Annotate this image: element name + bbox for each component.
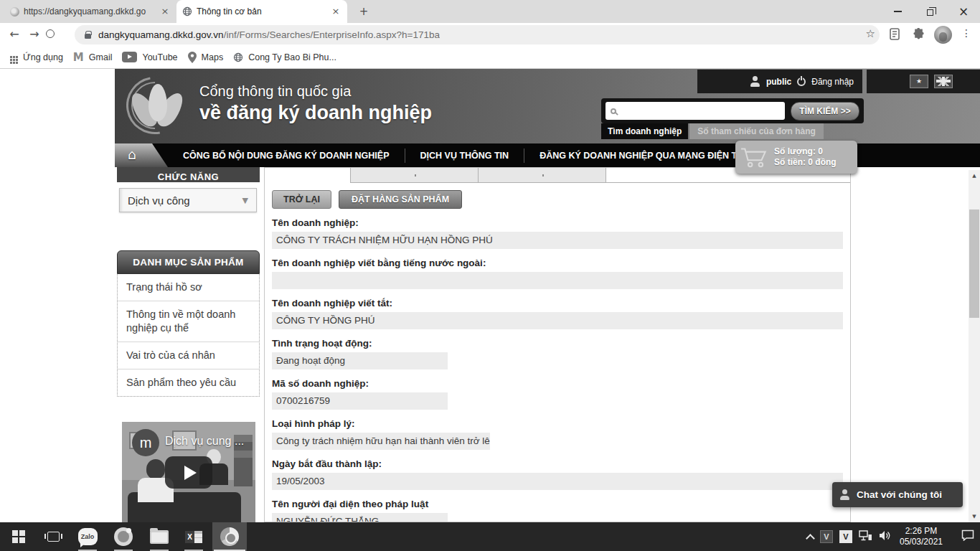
tab-close-icon[interactable]: × xyxy=(159,6,171,17)
video-embed[interactable]: m Dịch vụ cung ... xyxy=(122,422,255,522)
scrollbar-thumb[interactable] xyxy=(969,209,979,318)
chrome-icon xyxy=(220,527,239,546)
profile-avatar[interactable] xyxy=(934,26,952,44)
cart-summary: Số lượng: 0 Số tiền: 0 đồng xyxy=(774,146,837,168)
site-header: Cổng thông tin quốc gia về đăng ký doanh… xyxy=(115,69,980,143)
scroll-up-icon[interactable]: ▲ xyxy=(969,170,980,182)
system-tray: V V 2:26 PM 05/03/2021 xyxy=(807,522,980,551)
sidebar-item-san-pham[interactable]: Sản phẩm theo yêu cầu xyxy=(118,369,259,396)
nav-item-dich-vu[interactable]: DỊCH VỤ THÔNG TIN xyxy=(405,151,524,161)
browser-menu-icon[interactable]: ⋮ xyxy=(961,27,971,39)
sidebar-item-vai-tro[interactable]: Vai trò của cá nhân xyxy=(118,342,259,369)
search-tab-order-ref[interactable]: Số tham chiếu của đơn hàng xyxy=(689,123,824,139)
video-play-button[interactable] xyxy=(165,456,212,489)
youtube-icon xyxy=(122,52,137,62)
nav-home[interactable]: ⌂ xyxy=(115,143,168,167)
tray-chevron-up-icon[interactable] xyxy=(806,534,815,543)
chat-label: Chat với chúng tôi xyxy=(857,489,942,500)
clock-date: 05/03/2021 xyxy=(897,537,945,547)
start-button[interactable] xyxy=(3,522,34,551)
sidebar-item-trang-thai[interactable]: Trạng thái hồ sơ xyxy=(118,274,259,301)
content-panel: TRỞ LẠI ĐẶT HÀNG SẢN PHẨM Tên doanh nghi… xyxy=(264,167,851,522)
cart-widget[interactable]: Số lượng: 0 Số tiền: 0 đồng xyxy=(735,141,857,174)
chevron-down-icon: ▼ xyxy=(242,196,248,205)
field-value: NGUYỄN ĐỨC THẮNG xyxy=(272,513,448,522)
search-input[interactable] xyxy=(606,102,785,120)
minimize-button[interactable] xyxy=(881,0,914,23)
taskbar-excel[interactable]: X xyxy=(178,522,209,551)
search-button[interactable]: TÌM KIẾM >> xyxy=(791,102,859,121)
reading-list-icon[interactable] xyxy=(890,28,900,43)
taskbar-coccoc[interactable] xyxy=(108,522,139,551)
field-value: CÔNG TY HỒNG PHÚ xyxy=(272,312,843,329)
taskbar: Zalo X V V 2:26 PM 05/03/2021 xyxy=(0,522,980,551)
windows-logo-icon xyxy=(12,530,25,543)
browser-tab-2-active[interactable]: Thông tin cơ bản × xyxy=(176,0,347,23)
bookmark-label: Maps xyxy=(202,52,224,62)
browser-tab-1[interactable]: https://dangkyquamang.dkkd.go × xyxy=(6,0,175,23)
order-product-button[interactable]: ĐẶT HÀNG SẢN PHẨM xyxy=(339,190,462,209)
home-icon: ⌂ xyxy=(128,146,136,162)
taskbar-clock[interactable]: 2:26 PM 05/03/2021 xyxy=(897,526,945,547)
video-art-person xyxy=(146,459,165,479)
public-service-dropdown[interactable]: Dịch vụ công ▼ xyxy=(119,188,257,212)
field-label: Mã số doanh nghiệp: xyxy=(272,378,843,389)
address-bar[interactable]: dangkyquamang.dkkd.gov.vn/inf/Forms/Sear… xyxy=(75,25,880,44)
tray-unikey-icon[interactable]: V xyxy=(820,530,833,543)
vietnam-flag-icon: ★ xyxy=(912,77,926,86)
web-page: Cổng thông tin quốc gia về đăng ký doanh… xyxy=(0,69,980,522)
restore-icon xyxy=(927,9,933,16)
search-tab-enterprise[interactable]: Tìm doanh nghiệp xyxy=(601,123,688,139)
bookmark-youtube[interactable]: YouTube xyxy=(122,52,177,62)
bookmark-star-icon[interactable]: ☆ xyxy=(866,27,875,40)
sidebar-product-list: Trạng thái hồ sơ Thông tin về một doanh … xyxy=(117,274,260,397)
page-scrollbar[interactable]: ▲ ▼ xyxy=(969,170,980,522)
restore-button[interactable] xyxy=(914,0,947,23)
taskbar-zalo[interactable]: Zalo xyxy=(72,522,103,551)
content-tab-3[interactable] xyxy=(479,168,606,183)
window-controls: × xyxy=(881,0,980,23)
video-channel-avatar[interactable]: m xyxy=(132,429,159,456)
nav-item-dang-ky[interactable]: ĐĂNG KÝ DOANH NGHIỆP QUA MẠNG ĐIỆN TỬ xyxy=(524,151,759,161)
bookmark-congty[interactable]: Cong Ty Bao Bi Phu... xyxy=(233,52,336,62)
close-window-button[interactable]: × xyxy=(947,0,980,23)
flag-vietnam[interactable]: ★ xyxy=(910,75,928,88)
tray-vietkey-icon[interactable]: V xyxy=(839,530,852,543)
content-tab-2[interactable] xyxy=(351,168,479,183)
field-ten-nuoc-ngoai: Tên doanh nghiệp viết bằng tiếng nước ng… xyxy=(272,258,843,289)
back-to-list-button[interactable]: TRỞ LẠI xyxy=(272,190,331,209)
search-tabs: Tìm doanh nghiệp Số tham chiếu của đơn h… xyxy=(601,123,824,139)
site-logo[interactable] xyxy=(125,74,191,140)
bookmark-apps[interactable]: Ứng dụng xyxy=(10,52,63,62)
task-view-button[interactable] xyxy=(37,522,69,551)
chat-widget[interactable]: Chat với chúng tôi xyxy=(832,482,963,507)
notification-center-icon[interactable] xyxy=(961,529,974,544)
search-panel: TÌM KIẾM >> xyxy=(601,98,864,123)
tab-close-icon[interactable]: × xyxy=(330,6,341,17)
flag-english[interactable] xyxy=(934,75,953,88)
field-label: Tên người đại diện theo pháp luật xyxy=(272,499,843,509)
field-label: Tình trạng hoạt động: xyxy=(272,338,843,349)
taskbar-chrome-active[interactable] xyxy=(212,522,247,551)
extensions-puzzle-icon[interactable] xyxy=(913,28,925,43)
bookmark-gmail[interactable]: MGmail xyxy=(73,51,113,64)
taskbar-file-explorer[interactable] xyxy=(143,522,175,551)
login-link[interactable]: Đăng nhập xyxy=(811,77,854,87)
new-tab-button[interactable]: + xyxy=(356,4,372,20)
sidebar-item-thong-tin[interactable]: Thông tin về một doanh nghiệp cụ thể xyxy=(118,301,259,342)
excel-icon: X xyxy=(185,531,202,543)
tray-volume-icon[interactable] xyxy=(879,530,891,544)
sidebar-function-header: CHỨC NĂNG xyxy=(117,167,260,182)
nav-item-cong-bo[interactable]: CÔNG BỐ NỘI DUNG ĐĂNG KÝ DOANH NGHIỆP xyxy=(168,151,405,161)
bookmark-label: YouTube xyxy=(142,52,177,62)
video-title[interactable]: Dịch vụ cung ... xyxy=(165,435,244,448)
reload-button[interactable] xyxy=(46,29,55,38)
back-button[interactable]: ← xyxy=(6,26,23,43)
forward-button[interactable]: → xyxy=(26,26,43,43)
tray-network-icon[interactable] xyxy=(859,530,872,544)
bookmark-maps[interactable]: Maps xyxy=(188,52,224,63)
field-ten-doanh-nghiep: Tên doanh nghiệp: CÔNG TY TRÁCH NHIỆM HỮ… xyxy=(272,217,843,249)
scroll-down-icon[interactable]: ▼ xyxy=(969,511,980,522)
tab-title: Thông tin cơ bản xyxy=(197,6,326,17)
content-tab-1-active[interactable] xyxy=(265,168,351,183)
